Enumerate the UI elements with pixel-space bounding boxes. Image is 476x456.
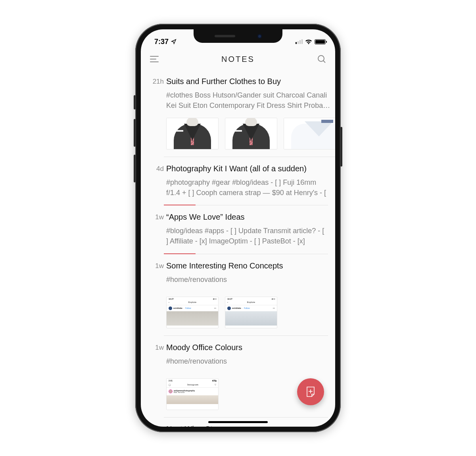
note-snippet: #home/renovations (166, 356, 328, 366)
svg-point-3 (318, 56, 324, 61)
silence-switch (134, 95, 136, 109)
progress-accent (164, 205, 196, 205)
mini-photo (167, 311, 218, 326)
mini-username: evinblake (232, 307, 241, 309)
menu-button[interactable] (148, 53, 161, 65)
mini-avatar-icon (169, 389, 173, 393)
mini-more-icon: ••• (273, 307, 275, 309)
note-snippet: #home/renovations (166, 274, 328, 285)
new-note-icon (305, 386, 317, 398)
mini-inbox-icon: ▽ (215, 383, 216, 386)
search-button[interactable] (315, 53, 328, 65)
mini-username: evinblake (173, 307, 182, 309)
home-indicator[interactable] (208, 421, 268, 423)
clock: 7:37 (154, 38, 169, 46)
battery-icon (315, 39, 326, 44)
mini-header: Explore (188, 301, 196, 303)
power-button (340, 127, 342, 167)
front-camera (257, 34, 262, 38)
note-item[interactable]: 4d Photography Kit I Want (all of a sudd… (148, 157, 328, 205)
mini-time: 2:01 (169, 379, 173, 382)
screen: 7:37 NOTES 21h Su (141, 29, 335, 427)
mini-back-icon: ‹ (169, 301, 169, 303)
progress-accent (164, 253, 196, 254)
page-title: NOTES (221, 55, 255, 64)
mini-header: Explore (247, 301, 255, 303)
thumbnail-row (166, 118, 335, 149)
hamburger-icon (150, 55, 159, 63)
thumbnail-screenshot[interactable]: 10:27•ıl ᯤ ▮ ‹Explore evinblake·Follow••… (225, 297, 277, 328)
note-snippet: #photography #gear #blog/ideas - [ ] Fuj… (166, 177, 328, 198)
thumbnail-screenshot[interactable]: 10:27•ıl ᯤ ▮ ‹Explore evinblake·Follow••… (166, 297, 219, 328)
notch (194, 29, 282, 43)
thumbnail-suit[interactable] (166, 118, 219, 149)
note-title: Photography Kit I Want (all of a sudden) (166, 164, 328, 173)
mini-back-icon: ‹ (227, 301, 228, 303)
mini-camera-icon: ◯ (169, 383, 171, 386)
search-icon (317, 54, 326, 64)
speaker-grill (215, 35, 235, 37)
note-title: “Apps We Love” Ideas (166, 213, 328, 222)
note-title: Suits and Further Clothes to Buy (166, 77, 335, 86)
thumbnail-suit[interactable] (225, 118, 277, 149)
nav-bar: NOTES (141, 48, 335, 70)
svg-line-4 (323, 61, 325, 63)
note-title: Some Interesting Reno Concepts (166, 261, 328, 270)
note-item[interactable]: 1w Moody Office Colours #home/renovation… (148, 336, 328, 418)
mini-follow: Follow (185, 307, 191, 309)
note-time: 4d (148, 164, 164, 205)
mini-logo: Instagram (187, 383, 198, 386)
note-item[interactable]: 1w Some Interesting Reno Concepts #home/… (148, 254, 328, 336)
mini-photo (167, 395, 218, 404)
mini-photo (225, 311, 277, 326)
mini-avatar-icon (227, 307, 231, 310)
note-title: Nest Wine Storage (166, 425, 328, 427)
volume-up-button (134, 119, 136, 147)
note-time: 1w (148, 261, 164, 336)
phone-frame: 7:37 NOTES 21h Su (135, 24, 341, 432)
note-time (148, 425, 164, 427)
note-time: 21h (148, 77, 164, 157)
new-note-button[interactable] (297, 378, 324, 405)
volume-down-button (134, 155, 136, 182)
note-time: 1w (148, 213, 164, 254)
notes-list[interactable]: 21h Suits and Further Clothes to Buy #cl… (141, 70, 335, 427)
cellular-icon (296, 39, 303, 44)
note-time: 1w (148, 343, 164, 418)
thumbnail-shirt[interactable] (284, 118, 335, 149)
mini-location: Bath, Somerset (174, 391, 185, 393)
location-icon (171, 39, 177, 44)
note-item[interactable]: 1w “Apps We Love” Ideas #blog/ideas #app… (148, 205, 328, 254)
thumbnail-row: 10:27•ıl ᯤ ▮ ‹Explore evinblake·Follow••… (166, 297, 328, 328)
note-title: Moody Office Colours (166, 343, 328, 352)
mini-follow: Follow (244, 307, 250, 309)
note-snippet: #clothes Boss Hutson/Gander suit Charcoa… (166, 90, 335, 111)
thumbnail-screenshot[interactable]: 2:01•ıl LTE ▮ ◯Instagram▽ ashjamesphotog… (166, 378, 219, 410)
mini-status-icons: •ıl LTE ▮ (212, 379, 216, 382)
mini-more-icon: ••• (214, 307, 216, 309)
wifi-icon (305, 39, 312, 44)
note-snippet: #blog/ideas #apps - [ ] Update Transmit … (166, 226, 328, 246)
mini-avatar-icon (169, 307, 172, 310)
note-item[interactable]: 21h Suits and Further Clothes to Buy #cl… (148, 70, 328, 157)
